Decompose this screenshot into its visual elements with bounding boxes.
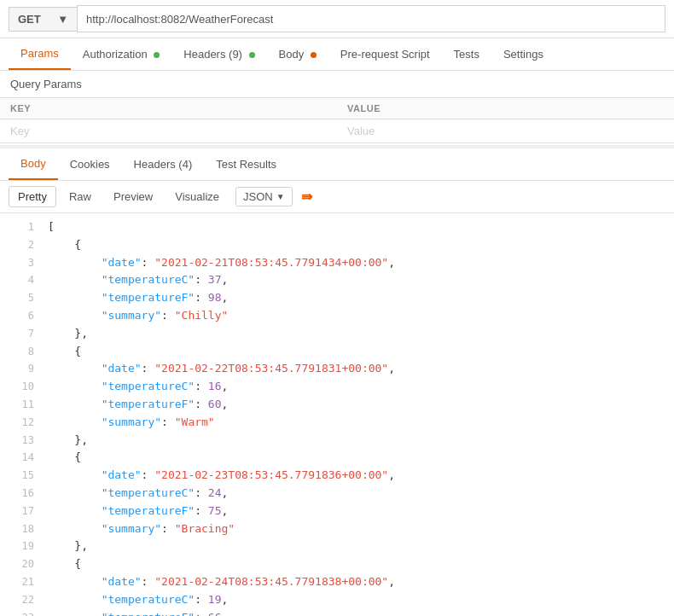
tab-params[interactable]: Params <box>9 38 71 70</box>
response-tabs: Body Cookies Headers (4) Test Results <box>0 148 674 181</box>
json-line-21: 21 "date": "2021-02-24T08:53:45.7791838+… <box>0 573 674 591</box>
fmt-raw-button[interactable]: Raw <box>60 186 101 207</box>
fmt-preview-button[interactable]: Preview <box>104 186 162 207</box>
json-viewer: 1 [ 2 { 3 "date": "2021-02-21T08:53:45.7… <box>0 213 674 616</box>
tab-params-label: Params <box>20 47 59 60</box>
format-bar: Pretty Raw Preview Visualize JSON ▼ ⇛ <box>0 181 674 213</box>
tab-tests[interactable]: Tests <box>442 39 491 69</box>
resp-tab-cookies[interactable]: Cookies <box>58 149 122 179</box>
json-line-7: 7 }, <box>0 325 674 343</box>
json-type-label: JSON <box>243 190 273 203</box>
fmt-pretty-button[interactable]: Pretty <box>9 186 56 207</box>
key-column-header: KEY <box>0 98 337 119</box>
tab-authorization[interactable]: Authorization <box>71 39 172 69</box>
tab-pre-request-script[interactable]: Pre-request Script <box>328 39 442 69</box>
query-params-label: Query Params <box>0 71 674 97</box>
table-row: Key Value <box>0 119 674 143</box>
json-line-19: 19 }, <box>0 538 674 555</box>
json-line-6: 6 "summary": "Chilly" <box>0 307 674 325</box>
json-line-18: 18 "summary": "Bracing" <box>0 520 674 538</box>
json-line-4: 4 "temperatureC": 37, <box>0 271 674 289</box>
resp-tab-cookies-label: Cookies <box>70 158 110 171</box>
json-type-arrow-icon: ▼ <box>276 192 285 201</box>
json-line-23: 23 "temperatureF": 66, <box>0 609 674 616</box>
json-line-9: 9 "date": "2021-02-22T08:53:45.7791831+0… <box>0 360 674 378</box>
tab-authorization-label: Authorization <box>83 48 148 61</box>
resp-tab-body-label: Body <box>20 157 46 170</box>
resp-tab-test-results-label: Test Results <box>216 158 276 171</box>
headers-dot <box>249 52 255 58</box>
json-line-15: 15 "date": "2021-02-23T08:53:45.7791836+… <box>0 467 674 485</box>
response-section: Body Cookies Headers (4) Test Results Pr… <box>0 145 674 616</box>
json-line-17: 17 "temperatureF": 75, <box>0 503 674 520</box>
json-line-8: 8 { <box>0 343 674 361</box>
json-line-22: 22 "temperatureC": 19, <box>0 591 674 609</box>
json-type-select[interactable]: JSON ▼ <box>235 187 293 206</box>
json-line-13: 13 }, <box>0 432 674 450</box>
value-column-header: VALUE <box>337 98 674 119</box>
body-dot <box>311 52 317 58</box>
json-line-3: 3 "date": "2021-02-21T08:53:45.7791434+0… <box>0 254 674 272</box>
json-line-11: 11 "temperatureF": 60, <box>0 396 674 414</box>
tab-pre-request-label: Pre-request Script <box>340 48 430 61</box>
tab-body-label: Body <box>279 48 305 61</box>
tab-tests-label: Tests <box>454 48 479 61</box>
request-bar: GET ▼ <box>0 0 674 38</box>
tab-settings[interactable]: Settings <box>491 39 555 69</box>
json-line-12: 12 "summary": "Warm" <box>0 414 674 432</box>
method-select[interactable]: GET ▼ <box>9 7 77 32</box>
request-tabs: Params Authorization Headers (9) Body Pr… <box>0 38 674 71</box>
json-line-14: 14 { <box>0 449 674 467</box>
tab-headers[interactable]: Headers (9) <box>171 39 266 69</box>
method-label: GET <box>18 13 41 26</box>
resp-tab-headers[interactable]: Headers (4) <box>122 149 205 179</box>
tab-settings-label: Settings <box>503 48 543 61</box>
json-line-20: 20 { <box>0 555 674 573</box>
json-line-10: 10 "temperatureC": 16, <box>0 378 674 396</box>
json-line-16: 16 "temperatureC": 24, <box>0 485 674 503</box>
tab-headers-label: Headers (9) <box>183 48 242 61</box>
json-line-1: 1 [ <box>0 218 674 236</box>
resp-tab-body[interactable]: Body <box>9 148 58 180</box>
key-cell[interactable]: Key <box>0 119 337 143</box>
resp-tab-headers-label: Headers (4) <box>134 158 193 171</box>
tab-body[interactable]: Body <box>267 39 328 69</box>
params-table: KEY VALUE Key Value <box>0 97 674 143</box>
fmt-visualize-button[interactable]: Visualize <box>166 186 229 207</box>
wrap-icon[interactable]: ⇛ <box>301 189 312 205</box>
json-line-5: 5 "temperatureF": 98, <box>0 289 674 307</box>
value-cell[interactable]: Value <box>337 119 674 143</box>
authorization-dot <box>154 52 160 58</box>
resp-tab-test-results[interactable]: Test Results <box>204 149 288 179</box>
url-input[interactable] <box>77 5 665 32</box>
json-line-2: 2 { <box>0 236 674 254</box>
method-arrow-icon: ▼ <box>57 13 68 26</box>
